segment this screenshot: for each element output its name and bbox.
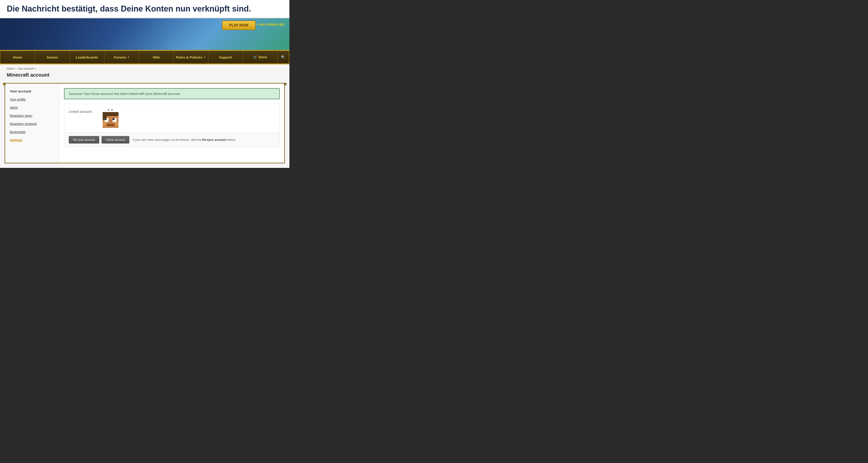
chevron-down-icon: ▼ [127,56,129,59]
nav-leaderboards-label: Leaderboards [76,55,98,59]
nav-leaderboards[interactable]: Leaderboards [70,51,104,63]
nav-store[interactable]: 🛒 Store [243,51,278,63]
sidebar-item-your-account: Your account [5,87,59,95]
account-info-box: Linked account: ■ ■ [64,104,280,147]
svg-rect-7 [108,120,113,122]
action-note-prefix: If you can't view some pages on the foru… [133,138,202,141]
sidebar-item-reactions-received[interactable]: Reactions received [5,120,59,128]
nav-rules[interactable]: Rules & Policies ▼ [174,51,208,63]
success-message: Success! Your forum account has been lin… [64,88,280,99]
page-title-area: Minecraft account [0,70,289,81]
chevron-down-icon-rules: ▼ [204,56,206,59]
page-title: Minecraft account [7,72,283,78]
nav-home-label: Home [13,55,22,59]
nav-rules-label: Rules & Policies [176,55,203,59]
minecraft-username-icon: ■ ■ [108,108,113,111]
nav-home[interactable]: Home [0,51,35,63]
svg-rect-6 [113,118,115,120]
svg-rect-9 [103,122,107,126]
announcement-text: Die Nachricht bestätigt, dass Deine Kont… [7,4,283,13]
hero-banner: SERVER IP » MC.HYPIXEL.NET PLAY NOW [0,18,289,50]
nav-forums[interactable]: Forums ▼ [104,51,139,63]
sidebar-item-reactions-given[interactable]: Reactions given [5,112,59,120]
main-panel: Your account Your profile Alerts Reactio… [0,81,289,168]
server-address: MC.HYPIXEL.NET [260,23,285,26]
nav-forums-label: Forums [114,55,126,59]
svg-rect-10 [115,122,119,126]
nav-wiki[interactable]: Wiki [139,51,174,63]
sidebar-item-alerts[interactable]: Alerts [5,103,59,112]
svg-rect-8 [107,124,115,126]
announcement-bar: Die Nachricht bestätigt, dass Deine Kont… [0,0,289,18]
minecraft-avatar-svg [103,112,119,128]
minecraft-username: ■ ■ [108,108,113,111]
nav-support-label: Support [219,55,232,59]
search-icon: 🔍 [281,55,285,59]
sidebar: Your account Your profile Alerts Reactio… [5,84,59,163]
content-area: Success! Your forum account has been lin… [59,84,284,163]
navbar-inner: Home Games Leaderboards Forums ▼ Wiki Ru… [0,51,289,64]
breadcrumb-your-account[interactable]: Your account [18,67,34,70]
action-buttons-row: Re-sync account Unlink account If you ca… [64,133,279,147]
nav-support[interactable]: Support [209,51,243,63]
breadcrumb: Home > Your account > [7,67,283,70]
unlink-account-button[interactable]: Unlink account [101,136,129,143]
sidebar-item-settings[interactable]: Settings [5,136,59,144]
success-message-text: Success! Your forum account has been lin… [69,92,181,96]
nav-store-label: 🛒 Store [253,55,267,59]
play-now-button[interactable]: PLAY NOW [222,21,255,30]
minecraft-avatar [103,112,119,128]
nav-games-label: Games [46,55,58,59]
breadcrumb-separator-1: > [15,67,17,70]
minecraft-skin-area: ■ ■ [103,108,119,128]
resync-account-button[interactable]: Re-sync account [69,136,99,143]
nav-search[interactable]: 🔍 [278,51,289,63]
nav-wiki-label: Wiki [153,55,160,59]
panel-inner: Your account Your profile Alerts Reactio… [5,84,284,163]
breadcrumb-area: Home > Your account > [0,64,289,70]
svg-rect-5 [105,118,107,120]
breadcrumb-home[interactable]: Home [7,67,14,70]
linked-account-row: Linked account: ■ ■ [64,104,279,133]
action-note-bold: Re-sync account [203,138,226,141]
panel-frame: Your account Your profile Alerts Reactio… [4,83,285,163]
navigation-bar: Home Games Leaderboards Forums ▼ Wiki Ru… [0,50,289,64]
action-note-suffix: button! [226,138,236,141]
nav-games[interactable]: Games [35,51,70,63]
sidebar-item-your-profile[interactable]: Your profile [5,95,59,103]
breadcrumb-separator-2: > [35,67,36,70]
action-note: If you can't view some pages on the foru… [133,138,236,141]
sidebar-item-bookmarks[interactable]: Bookmarks [5,128,59,136]
linked-account-label: Linked account: [69,108,98,113]
